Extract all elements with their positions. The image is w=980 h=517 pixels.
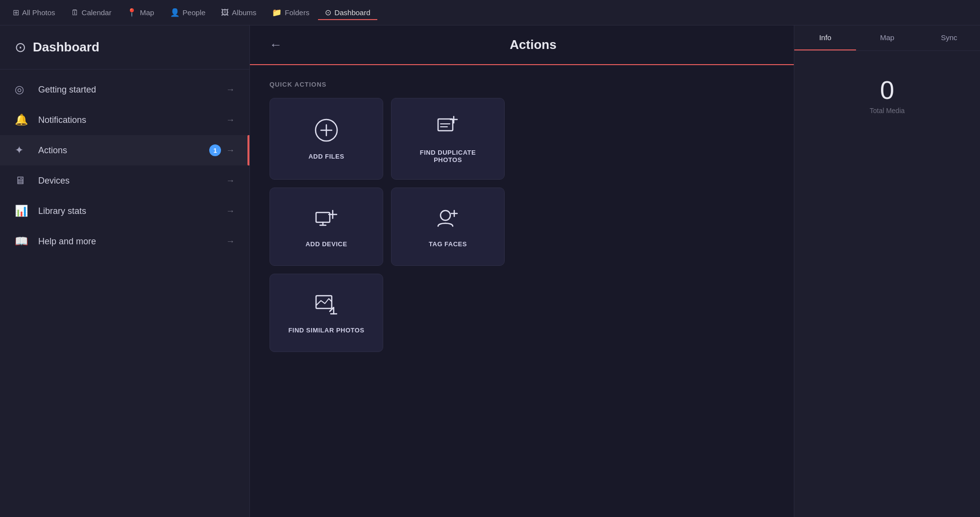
actions-badge: 1 <box>209 144 221 156</box>
nav-people-label: People <box>183 8 206 17</box>
total-media-number: 0 <box>880 75 894 105</box>
right-panel-tabs: Info Map Sync <box>794 25 980 51</box>
nav-map-label: Map <box>140 8 154 17</box>
sidebar-nav: ◎ Getting started → 🔔 Notifications → ✦ … <box>0 70 249 517</box>
find-similar-label: FIND SIMILAR PHOTOS <box>288 327 364 334</box>
albums-icon: 🖼 <box>221 8 229 17</box>
nav-folders[interactable]: 📁 Folders <box>265 5 316 20</box>
nav-folders-label: Folders <box>285 8 309 17</box>
sidebar-item-devices[interactable]: 🖥 Devices → <box>0 165 249 196</box>
add-device-card[interactable]: ADD DEVICE <box>270 188 383 266</box>
map-icon: 📍 <box>127 8 137 17</box>
people-icon: 👤 <box>170 8 180 17</box>
top-nav: ⊞ All Photos 🗓 Calendar 📍 Map 👤 People 🖼… <box>0 0 980 25</box>
nav-calendar[interactable]: 🗓 Calendar <box>64 5 119 20</box>
nav-map[interactable]: 📍 Map <box>120 5 161 20</box>
tab-sync[interactable]: Sync <box>918 25 980 50</box>
devices-icon: 🖥 <box>15 174 32 187</box>
help-icon: 📖 <box>15 235 32 248</box>
nav-all-photos[interactable]: ⊞ All Photos <box>6 5 62 20</box>
add-device-label: ADD DEVICE <box>305 240 347 248</box>
content-area: ← Actions QUICK ACTIONS ADD FILES <box>250 25 794 517</box>
content-header: ← Actions <box>250 25 794 65</box>
nav-albums[interactable]: 🖼 Albums <box>214 5 263 20</box>
find-duplicate-icon <box>436 114 460 142</box>
all-photos-icon: ⊞ <box>13 8 19 17</box>
getting-started-icon: ◎ <box>15 83 32 96</box>
tab-map[interactable]: Map <box>856 25 918 50</box>
sidebar-header: ⊙ Dashboard <box>0 25 249 70</box>
svg-rect-16 <box>316 296 332 308</box>
sidebar-item-notifications-label: Notifications <box>38 115 226 125</box>
right-panel-body: 0 Total Media <box>794 51 980 517</box>
sidebar-item-help-label: Help and more <box>38 236 226 247</box>
sidebar-item-library-stats[interactable]: 📊 Library stats → <box>0 196 249 226</box>
dashboard-icon: ⊙ <box>15 39 26 55</box>
tag-faces-icon <box>436 206 460 234</box>
content-title: Actions <box>292 37 774 52</box>
content-body: QUICK ACTIONS ADD FILES <box>250 65 794 517</box>
add-files-card[interactable]: ADD FILES <box>270 98 383 180</box>
add-device-icon <box>314 206 339 234</box>
sidebar-item-getting-started[interactable]: ◎ Getting started → <box>0 74 249 105</box>
sidebar-title: Dashboard <box>33 40 99 55</box>
back-button[interactable]: ← <box>270 37 282 52</box>
library-stats-icon: 📊 <box>15 205 32 217</box>
notifications-icon: 🔔 <box>15 114 32 126</box>
find-duplicate-card[interactable]: FIND DUPLICATEPHOTOS <box>391 98 505 180</box>
nav-calendar-label: Calendar <box>82 8 112 17</box>
sidebar-item-help[interactable]: 📖 Help and more → <box>0 226 249 257</box>
nav-all-photos-label: All Photos <box>22 8 55 17</box>
svg-rect-3 <box>438 119 453 131</box>
sidebar-item-devices-label: Devices <box>38 176 226 186</box>
nav-dashboard[interactable]: ⊙ Dashboard <box>318 5 377 20</box>
nav-albums-label: Albums <box>232 8 256 17</box>
folders-icon: 📁 <box>272 8 282 17</box>
actions-grid: ADD FILES FIND DUPLICATEPHOTOS <box>270 98 505 352</box>
sidebar-item-actions[interactable]: ✦ Actions 1 → <box>0 135 249 165</box>
find-duplicate-label: FIND DUPLICATEPHOTOS <box>420 149 476 164</box>
sidebar-item-getting-started-label: Getting started <box>38 85 226 95</box>
svg-point-13 <box>441 211 450 220</box>
notifications-arrow-icon: → <box>226 115 235 125</box>
nav-people[interactable]: 👤 People <box>163 5 213 20</box>
sidebar-item-notifications[interactable]: 🔔 Notifications → <box>0 105 249 135</box>
help-arrow-icon: → <box>226 236 235 247</box>
add-files-icon <box>314 118 339 146</box>
tag-faces-card[interactable]: TAG FACES <box>391 188 505 266</box>
quick-actions-label: QUICK ACTIONS <box>270 81 774 88</box>
sidebar-item-library-stats-label: Library stats <box>38 206 226 216</box>
actions-icon: ✦ <box>15 144 32 157</box>
tag-faces-label: TAG FACES <box>429 240 467 248</box>
devices-arrow-icon: → <box>226 176 235 186</box>
right-panel: Info Map Sync 0 Total Media <box>794 25 980 517</box>
find-similar-icon <box>314 292 339 320</box>
main-layout: ⊙ Dashboard ◎ Getting started → 🔔 Notifi… <box>0 25 980 517</box>
dashboard-nav-icon: ⊙ <box>325 8 331 17</box>
actions-arrow-icon: → <box>226 145 235 156</box>
total-media-label: Total Media <box>870 107 905 115</box>
find-similar-card[interactable]: FIND SIMILAR PHOTOS <box>270 274 383 352</box>
getting-started-arrow-icon: → <box>226 85 235 95</box>
add-files-label: ADD FILES <box>308 153 344 160</box>
nav-dashboard-label: Dashboard <box>334 8 370 17</box>
calendar-icon: 🗓 <box>71 8 79 17</box>
sidebar: ⊙ Dashboard ◎ Getting started → 🔔 Notifi… <box>0 25 250 517</box>
tab-info[interactable]: Info <box>794 25 856 50</box>
sidebar-item-actions-label: Actions <box>38 145 209 156</box>
library-stats-arrow-icon: → <box>226 206 235 216</box>
svg-rect-8 <box>316 212 330 222</box>
